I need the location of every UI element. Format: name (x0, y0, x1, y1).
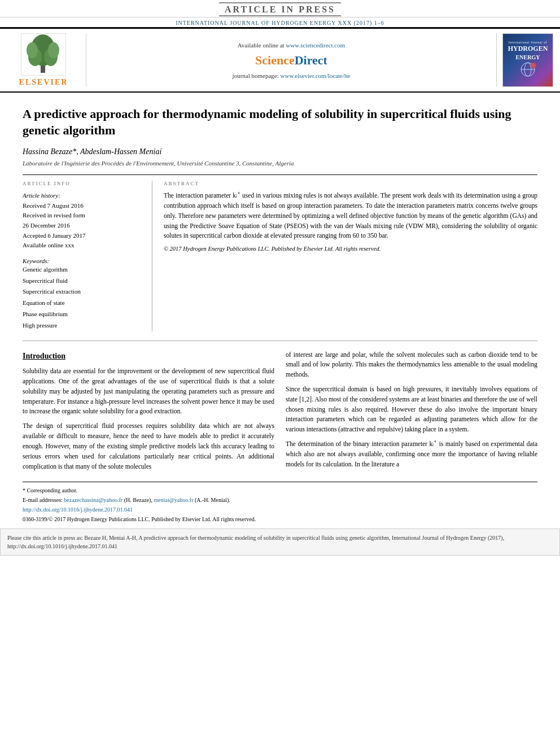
affiliation: Laboratoire de l'Ingénierie des Procédés… (23, 160, 537, 167)
sciencedirect-area: Available online at www.sciencedirect.co… (86, 33, 497, 87)
elsevier-tree-icon (21, 33, 66, 76)
history-label: Article history: (23, 191, 143, 201)
cover-intl: International Journal of (508, 41, 548, 45)
footnotes: * Corresponding author. E-mail addresses… (23, 482, 537, 524)
cover-globe-icon (514, 61, 542, 78)
intro-para-5: The determination of the binary interact… (286, 439, 537, 469)
issn-line: 0360-3199/© 2017 Hydrogen Energy Publica… (23, 514, 537, 524)
body-content: Introduction Solubility data are essenti… (23, 350, 537, 477)
abstract-column: ABSTRACT The interaction parameter kᵢ˂ u… (164, 181, 537, 331)
logo-science: Science (255, 53, 295, 67)
revised-label: Received in revised form (23, 211, 143, 221)
revised-date: 26 December 2016 (23, 221, 143, 231)
sciencedirect-logo: ScienceDirect (255, 53, 327, 68)
introduction-heading: Introduction (23, 350, 274, 362)
body-col-right: of interest are large and polar, while t… (286, 350, 537, 477)
article-history: Article history: Received 7 August 2016 … (23, 191, 143, 251)
main-content: A predictive approach for thermodynamic … (0, 93, 560, 476)
keyword-2: Supercritical fluid (23, 276, 143, 287)
banner-text: ARTICLE IN PRESS (219, 2, 341, 16)
logo-direct: Direct (295, 53, 327, 67)
article-title: A predictive approach for thermodynamic … (23, 106, 537, 138)
abstract-text: The interaction parameter kᵢ˂ used in va… (164, 191, 537, 241)
email1-author: (H. Bezaze), (124, 497, 152, 503)
citation-box: Please cite this article in press as: Be… (0, 528, 560, 556)
intro-para-3: of interest are large and polar, while t… (286, 350, 537, 380)
svg-point-5 (48, 42, 59, 58)
article-info-label: ARTICLE INFO (23, 181, 143, 186)
svg-point-10 (531, 63, 536, 68)
email2-author: (A.-H. Meniai). (195, 497, 230, 503)
email1-link[interactable]: bezazechassina@yahoo.fr (64, 497, 123, 503)
journal-homepage: journal homepage: www.elsevier.com/locat… (233, 72, 351, 79)
article-info-column: ARTICLE INFO Article history: Received 7… (23, 181, 152, 331)
elsevier-name: ELSEVIER (19, 78, 68, 87)
body-col-left: Introduction Solubility data are essenti… (23, 350, 274, 477)
intro-para-1: Solubility data are essential for the im… (23, 366, 274, 417)
keyword-6: High pressure (23, 320, 143, 331)
cover-energy: ENERGY (508, 54, 548, 61)
intro-para-2: The design of supercritical fluid proces… (23, 421, 274, 471)
keywords-label: Keywords: (23, 257, 143, 264)
article-in-press-banner: ARTICLE IN PRESS (0, 0, 560, 18)
available-online: Available online xxx (23, 241, 143, 251)
keyword-5: Phase equilibrium (23, 309, 143, 320)
keywords-section: Keywords: Genetic algorithm Supercritica… (23, 257, 143, 331)
authors-text: Hassina Bezaze*, Abdeslam-Hassen Meniai (23, 147, 161, 156)
corresponding-note: * Corresponding author. (23, 486, 537, 495)
journal-header-text: INTERNATIONAL JOURNAL OF HYDROGEN ENERGY… (176, 20, 384, 26)
journal-header-line: INTERNATIONAL JOURNAL OF HYDROGEN ENERGY… (0, 18, 560, 27)
journal-cover-text: International Journal of HYDROGEN ENERGY (508, 41, 548, 80)
svg-point-4 (27, 42, 38, 58)
doi-line: http://dx.doi.org/10.1016/j.ijhydene.201… (23, 505, 537, 514)
authors: Hassina Bezaze*, Abdeslam-Hassen Meniai (23, 147, 537, 156)
article-info-abstract: ARTICLE INFO Article history: Received 7… (23, 181, 537, 331)
abstract-label: ABSTRACT (164, 181, 537, 186)
intro-para-4: Since the supercritical domain is based … (286, 385, 537, 435)
journal-homepage-url[interactable]: www.elsevier.com/locate/he (281, 72, 351, 79)
elsevier-logo-area: ELSEVIER (7, 33, 80, 87)
rule-1 (23, 174, 537, 175)
doi-link[interactable]: http://dx.doi.org/10.1016/j.ijhydene.201… (23, 506, 133, 513)
sciencedirect-url[interactable]: www.sciencedirect.com (286, 42, 345, 49)
email-line: E-mail addresses: bezazechassina@yahoo.f… (23, 495, 537, 505)
keyword-4: Equation of state (23, 298, 143, 309)
available-online-text: Available online at www.sciencedirect.co… (238, 42, 345, 49)
section-divider (23, 340, 537, 341)
copyright-line: © 2017 Hydrogen Energy Publications LLC.… (164, 246, 537, 252)
journal-cover: International Journal of HYDROGEN ENERGY (502, 33, 553, 87)
citation-text: Please cite this article in press as: Be… (7, 535, 504, 549)
publisher-header: ELSEVIER Available online at www.science… (0, 27, 560, 93)
received-date: Received 7 August 2016 (23, 201, 143, 211)
keyword-3: Supercritical extraction (23, 286, 143, 298)
keyword-1: Genetic algorithm (23, 264, 143, 276)
cover-hydrogen: HYDROGEN (508, 45, 548, 54)
accepted-date: Accepted 6 January 2017 (23, 231, 143, 241)
email2-link[interactable]: meniai@yahoo.fr (154, 497, 193, 503)
